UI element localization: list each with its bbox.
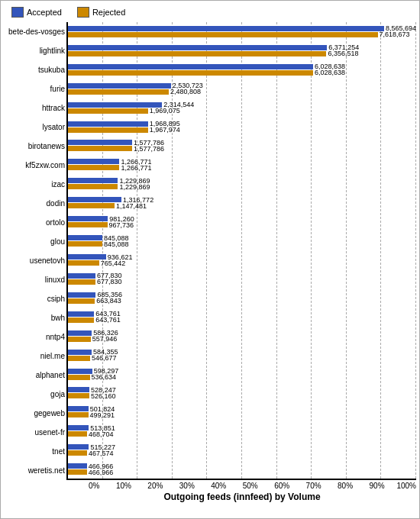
bar-pair-goja: 528,247526,160 [68,387,416,398]
bar-rejected-label-httrack: 1,969,075 [150,107,180,114]
bar-line-rejected-furie: 2,480,808 [68,89,416,95]
x-tick-1: 10% [99,482,131,490]
bar-rejected-label-izac: 1,229,869 [119,183,150,191]
bar-line-accepted-goja: 528,247 [68,387,416,392]
bar-rejected-label-bete-des-vosges: 7,618,673 [380,31,410,38]
legend-accepted-label: Accepted [27,8,62,17]
bar-accepted-bwh [68,311,94,317]
bar-pair-birotanews: 1,577,7861,577,786 [68,140,416,151]
bar-line-rejected-birotanews: 1,577,786 [68,146,416,151]
bar-pair-bwh: 643,761643,761 [68,311,416,323]
bar-rejected-label-furie: 2,480,808 [170,88,201,95]
bar-row-usenetovh: 936,621765,442 [68,250,416,269]
y-label-bwh: bwh [4,311,65,325]
bar-pair-tnet: 515,227467,574 [68,444,416,456]
accepted-color-box [11,7,24,18]
bar-rejected-usenetovh [68,260,99,266]
y-label-kf5zxw.com: kf5zxw.com [4,159,65,172]
bar-accepted-lysator [68,121,148,127]
bar-row-kf5zxw.com: 1,266,7711,266,771 [68,155,416,174]
bar-accepted-birotanews [68,140,132,145]
bar-line-accepted-lightlink: 6,371,254 [68,45,416,50]
bar-pair-kf5zxw.com: 1,266,7711,266,771 [68,159,416,170]
bar-pair-usenetovh: 936,621765,442 [68,254,416,266]
y-label-csiph: csiph [4,292,65,306]
bar-accepted-goja [68,387,89,392]
bar-line-rejected-bete-des-vosges: 7,618,673 [68,32,416,37]
bar-rejected-bwh [68,318,94,323]
bar-rejected-gegeweb [68,412,89,417]
bar-rejected-label-kf5zxw.com: 1,266,771 [121,164,151,172]
bar-row-alphanet: 598,297536,634 [68,365,416,384]
bar-row-linuxd: 677,830677,830 [68,269,416,289]
bar-line-accepted-gegeweb: 501,824 [68,406,416,411]
x-tick-7: 70% [289,482,321,490]
bar-accepted-alphanet [68,369,92,374]
bar-rejected-label-tsukuba: 6,028,638 [315,69,345,76]
bar-row-bwh: 643,761643,761 [68,308,416,327]
bar-rejected-label-lysator: 1,967,974 [150,126,180,134]
bar-row-nntp4: 586,326557,946 [68,327,416,346]
bar-rejected-birotanews [68,146,132,151]
bar-line-rejected-usenet-fr: 468,704 [68,431,416,437]
legend-accepted: Accepted [11,7,62,18]
bar-rejected-label-goja: 526,160 [91,392,116,400]
y-label-dodin: dodin [4,197,65,211]
bar-rejected-label-niel.me: 546,677 [92,354,117,362]
bar-pair-weretis.net: 466,966466,966 [68,463,416,475]
bar-line-accepted-weretis.net: 466,966 [68,463,416,469]
bar-pair-tsukuba: 6,028,6386,028,638 [68,64,416,76]
bar-row-lightlink: 6,371,2546,356,518 [68,41,416,60]
bar-accepted-usenet-fr [68,425,89,430]
rejected-color-box [77,7,89,18]
bar-line-accepted-bete-des-vosges: 8,565,694 [68,26,416,31]
bar-pair-usenet-fr: 513,851468,704 [68,425,416,437]
bar-rejected-label-bwh: 643,761 [95,316,121,324]
bar-rejected-label-csiph: 663,843 [96,297,121,305]
y-label-nntp4: nntp4 [4,330,65,344]
bar-row-weretis.net: 466,966466,966 [68,459,416,479]
bar-row-usenet-fr: 513,851468,704 [68,421,416,440]
bar-pair-izac: 1,229,8691,229,869 [68,178,416,189]
bar-rejected-goja [68,393,89,398]
bar-row-izac: 1,229,8691,229,869 [68,174,416,193]
bar-rejected-httrack [68,108,148,114]
bar-accepted-tnet [68,444,89,450]
x-tick-8: 80% [321,482,353,490]
bar-line-rejected-lysator: 1,967,974 [68,127,416,133]
bar-rejected-weretis.net [68,469,87,475]
bar-row-httrack: 2,314,5441,969,075 [68,98,416,118]
chart-area: bete-des-vosgeslightlinktsukubafuriehttr… [4,22,416,480]
y-label-goja: goja [4,388,65,401]
bar-line-accepted-kf5zxw.com: 1,266,771 [68,159,416,164]
bar-rejected-dodin [68,203,115,208]
bar-accepted-csiph [68,292,95,298]
bar-pair-nntp4: 586,326557,946 [68,330,416,342]
bar-accepted-bete-des-vosges [68,26,384,31]
bar-accepted-ortolo [68,216,108,221]
y-label-weretis.net: weretis.net [4,464,65,478]
bar-accepted-gegeweb [68,406,89,411]
bar-row-birotanews: 1,577,7861,577,786 [68,137,416,156]
bar-row-dodin: 1,316,7721,147,481 [68,193,416,212]
bar-rows: 8,565,6947,618,6736,371,2546,356,5186,02… [68,22,416,479]
bar-pair-dodin: 1,316,7721,147,481 [68,197,416,208]
bar-pair-furie: 2,530,7232,480,808 [68,83,416,95]
bar-line-rejected-tsukuba: 6,028,638 [68,70,416,76]
bar-rejected-label-tnet: 467,574 [89,450,114,457]
bar-pair-niel.me: 584,355546,677 [68,350,416,361]
bar-line-rejected-linuxd: 677,830 [68,279,416,285]
bar-accepted-kf5zxw.com [68,159,119,164]
bar-rejected-lysator [68,127,148,133]
bar-rejected-glou [68,241,102,247]
bar-rejected-nntp4 [68,337,91,342]
bar-line-rejected-usenetovh: 765,442 [68,260,416,266]
bar-line-accepted-alphanet: 598,297 [68,369,416,374]
bar-accepted-niel.me [68,350,92,355]
bar-rejected-label-nntp4: 557,946 [92,335,118,343]
chart-container: Accepted Rejected bete-des-vosgeslightli… [0,0,420,519]
bar-accepted-linuxd [68,273,95,279]
bar-rejected-tnet [68,450,87,456]
legend-rejected: Rejected [77,7,125,18]
bar-pair-gegeweb: 501,824499,291 [68,406,416,417]
